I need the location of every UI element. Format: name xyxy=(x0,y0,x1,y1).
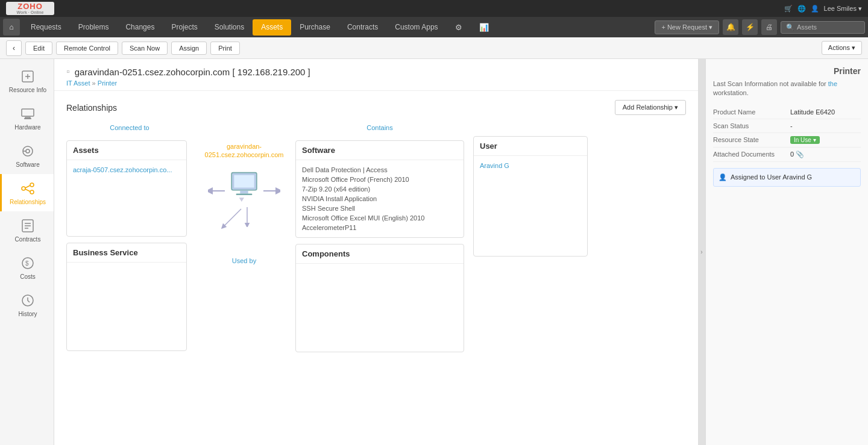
back-arrow-icon: ‹ xyxy=(13,44,15,52)
attached-documents-value: 0 📎 xyxy=(790,151,804,158)
globe-icon[interactable]: 🌐 xyxy=(797,5,806,13)
list-item[interactable]: Aravind G xyxy=(480,161,581,170)
user-box-content: Aravind G xyxy=(474,156,587,175)
attached-documents-label: Attached Documents xyxy=(713,151,785,158)
edit-button[interactable]: Edit xyxy=(25,42,52,55)
connected-to-label: Connected to xyxy=(66,124,193,131)
actions-button[interactable]: Actions ▾ xyxy=(822,41,862,55)
nav-item-changes[interactable]: Changes xyxy=(117,19,163,36)
nav-item-contracts[interactable]: Contracts xyxy=(339,19,386,36)
new-request-button[interactable]: + New Request ▾ xyxy=(655,20,719,34)
sidebar-label-resource-info: Resource Info xyxy=(9,87,46,93)
nav-item-assets[interactable]: Assets xyxy=(253,19,291,36)
user-name-label[interactable]: Lee Smiles ▾ xyxy=(824,5,862,13)
scan-notice-link[interactable]: the xyxy=(828,80,837,87)
user-avatar-icon[interactable]: 👤 xyxy=(811,5,819,13)
contains-label: Contains xyxy=(295,124,464,131)
center-node-label: garavindan-0251.csez.zohocorpin.com xyxy=(205,142,284,160)
scan-notice: Last Scan Information not available for … xyxy=(713,79,861,98)
sidebar-label-costs: Costs xyxy=(20,273,36,280)
user-box-title: User xyxy=(474,137,587,156)
page-header: ▫ garavindan-0251.csez.zohocorpin.com [ … xyxy=(54,59,698,91)
software-box: Software Dell Data Protection | Access M… xyxy=(295,140,464,238)
list-item[interactable]: Dell Data Protection | Access xyxy=(302,165,458,175)
search-box[interactable]: 🔍 Assets xyxy=(781,21,865,34)
nav-item-chart[interactable]: 📊 xyxy=(471,19,497,36)
list-item[interactable]: Microsoft Office Proof (French) 2010 xyxy=(302,175,458,184)
list-item[interactable]: Microsoft Office Excel MUI (English) 201… xyxy=(302,213,458,223)
page-title: ▫ garavindan-0251.csez.zohocorpin.com [ … xyxy=(66,66,686,77)
list-item[interactable]: NVIDIA Install Application xyxy=(302,194,458,204)
nav-item-solutions[interactable]: Solutions xyxy=(206,19,253,36)
sidebar-item-software[interactable]: Software xyxy=(0,137,54,174)
panel-collapse-button[interactable]: › xyxy=(698,59,705,445)
assigned-to-row: 👤 Assigned to User Aravind G xyxy=(713,168,861,187)
spacer xyxy=(473,124,588,136)
add-relationship-button[interactable]: Add Relationship ▾ xyxy=(615,100,686,115)
cart-icon[interactable]: 🛒 xyxy=(784,5,793,13)
relationships-icon xyxy=(19,180,36,197)
components-box-content xyxy=(296,264,464,273)
software-icon xyxy=(19,143,36,160)
breadcrumb: IT Asset » Printer xyxy=(66,79,686,87)
sidebar-item-costs[interactable]: $ Costs xyxy=(0,249,54,286)
svg-point-9 xyxy=(22,187,25,190)
breadcrumb-it-asset[interactable]: IT Asset xyxy=(66,79,90,87)
computer-icon xyxy=(229,170,259,203)
toolbar-left: ‹ Edit Remote Control Scan Now Assign Pr… xyxy=(6,40,240,56)
back-button[interactable]: ‹ xyxy=(6,40,22,56)
svg-point-11 xyxy=(30,190,34,194)
notifications-button[interactable]: 🔔 xyxy=(723,19,738,35)
resource-state-badge[interactable]: In Use ▾ xyxy=(790,136,820,144)
svg-line-27 xyxy=(223,209,241,227)
nav-item-settings[interactable]: ⚙ xyxy=(447,19,471,36)
toolbar-right: Actions ▾ xyxy=(822,41,862,55)
print-button[interactable]: Print xyxy=(210,42,240,55)
list-item[interactable]: acraja-0507.csez.zohocorpin.co... xyxy=(73,165,180,175)
hardware-icon xyxy=(19,105,36,122)
software-box-content: Dell Data Protection | Access Microsoft … xyxy=(296,160,464,237)
sidebar-label-hardware: Hardware xyxy=(14,124,40,131)
left-arrow-icon xyxy=(208,185,226,197)
state-dropdown-icon: ▾ xyxy=(813,137,816,143)
nav-items: Requests Problems Changes Projects Solut… xyxy=(22,19,655,36)
svg-line-12 xyxy=(25,185,30,188)
assign-button[interactable]: Assign xyxy=(171,42,207,55)
sidebar-item-resource-info[interactable]: Resource Info xyxy=(0,62,54,99)
scan-now-button[interactable]: Scan Now xyxy=(122,42,168,55)
resource-info-icon xyxy=(19,68,36,85)
breadcrumb-printer[interactable]: Printer xyxy=(98,79,117,87)
business-service-box-title: Business Service xyxy=(67,243,186,263)
info-panel: Printer Last Scan Information not availa… xyxy=(705,59,868,445)
business-service-box-content xyxy=(67,263,186,272)
list-item[interactable]: AccelerometerP11 xyxy=(302,223,458,232)
top-right-controls: 🛒 🌐 👤 Lee Smiles ▾ xyxy=(784,5,862,13)
software-box-title: Software xyxy=(296,141,464,160)
list-item[interactable]: 7-Zip 9.20 (x64 edition) xyxy=(302,184,458,194)
lightning-button[interactable]: ⚡ xyxy=(742,19,758,35)
sidebar-item-history[interactable]: History xyxy=(0,286,54,323)
sidebar: Resource Info Hardware Software xyxy=(0,59,54,445)
nav-item-problems[interactable]: Problems xyxy=(70,19,118,36)
sidebar-item-hardware[interactable]: Hardware xyxy=(0,99,54,137)
right-columns: Contains Software Dell Data Protection |… xyxy=(295,124,588,352)
center-node: garavindan-0251.csez.zohocorpin.com xyxy=(193,124,295,264)
components-box: Components xyxy=(295,244,464,352)
nav-item-projects[interactable]: Projects xyxy=(163,19,206,36)
zoho-logo[interactable]: ZOHO Work · Online xyxy=(6,2,54,15)
nav-item-purchase[interactable]: Purchase xyxy=(291,19,339,36)
section-header: Relationships Add Relationship ▾ xyxy=(66,100,686,115)
assets-box-content: acraja-0507.csez.zohocorpin.co... xyxy=(67,160,186,179)
sidebar-item-contracts[interactable]: Contracts xyxy=(0,211,54,249)
nav-item-custom-apps[interactable]: Custom Apps xyxy=(386,19,446,36)
nav-right-controls: + New Request ▾ 🔔 ⚡ 🖨 🔍 Assets xyxy=(655,19,865,35)
nav-item-requests[interactable]: Requests xyxy=(22,19,70,36)
sidebar-label-contracts: Contracts xyxy=(15,236,41,243)
relationships-section: Relationships Add Relationship ▾ Connect… xyxy=(54,91,698,445)
sidebar-item-relationships[interactable]: Relationships xyxy=(0,174,54,211)
remote-control-button[interactable]: Remote Control xyxy=(56,42,118,55)
list-item[interactable]: SSH Secure Shell xyxy=(302,204,458,213)
sidebar-label-history: History xyxy=(18,311,37,317)
printer-nav-button[interactable]: 🖨 xyxy=(761,19,777,35)
nav-home-button[interactable]: ⌂ xyxy=(3,19,20,36)
